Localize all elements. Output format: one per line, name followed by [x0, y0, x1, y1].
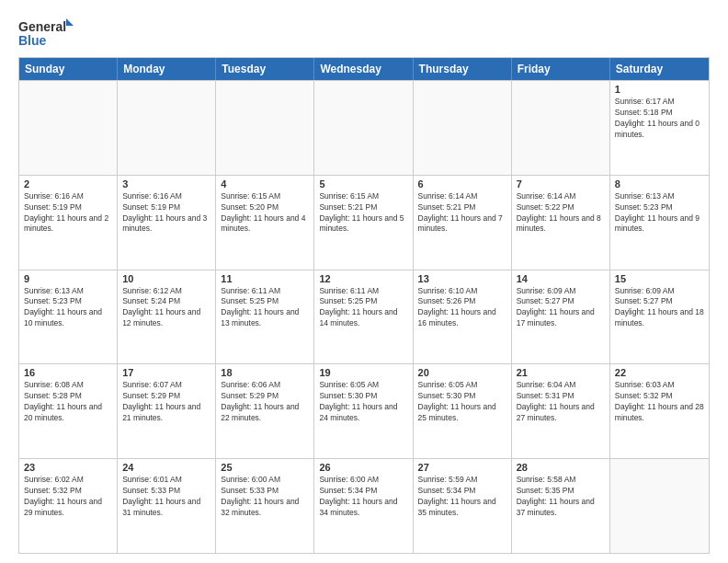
day-number: 19: [319, 367, 407, 378]
cell-sun-info: Sunrise: 6:17 AM Sunset: 5:18 PM Dayligh…: [615, 97, 704, 141]
day-number: 2: [24, 178, 112, 190]
day-cell-19: 19Sunrise: 6:05 AM Sunset: 5:30 PM Dayli…: [314, 364, 413, 458]
cell-sun-info: Sunrise: 6:15 AM Sunset: 5:21 PM Dayligh…: [319, 191, 407, 236]
cell-sun-info: Sunrise: 6:15 AM Sunset: 5:20 PM Dayligh…: [221, 191, 309, 236]
cell-sun-info: Sunrise: 6:08 AM Sunset: 5:28 PM Dayligh…: [24, 380, 112, 424]
day-number: 15: [615, 273, 704, 284]
day-number: 10: [122, 273, 210, 284]
header-cell-saturday: Saturday: [610, 58, 709, 80]
day-cell-14: 14Sunrise: 6:09 AM Sunset: 5:27 PM Dayli…: [512, 270, 610, 364]
cell-sun-info: Sunrise: 6:05 AM Sunset: 5:30 PM Dayligh…: [319, 380, 407, 424]
day-cell-17: 17Sunrise: 6:07 AM Sunset: 5:29 PM Dayli…: [118, 364, 216, 458]
day-cell-18: 18Sunrise: 6:06 AM Sunset: 5:29 PM Dayli…: [216, 364, 314, 458]
day-cell-12: 12Sunrise: 6:11 AM Sunset: 5:25 PM Dayli…: [314, 270, 413, 364]
day-cell-24: 24Sunrise: 6:01 AM Sunset: 5:33 PM Dayli…: [118, 459, 216, 553]
cell-sun-info: Sunrise: 6:09 AM Sunset: 5:27 PM Dayligh…: [517, 286, 605, 330]
header-cell-sunday: Sunday: [19, 58, 118, 80]
empty-cell-0-5: [512, 81, 610, 175]
cell-sun-info: Sunrise: 6:06 AM Sunset: 5:29 PM Dayligh…: [221, 380, 309, 424]
logo: General Blue: [18, 17, 74, 52]
day-cell-7: 7Sunrise: 6:14 AM Sunset: 5:22 PM Daylig…: [512, 176, 610, 270]
cell-sun-info: Sunrise: 6:00 AM Sunset: 5:33 PM Dayligh…: [221, 475, 309, 519]
day-number: 12: [319, 273, 407, 284]
cell-sun-info: Sunrise: 6:11 AM Sunset: 5:25 PM Dayligh…: [221, 286, 309, 330]
header-cell-tuesday: Tuesday: [216, 58, 314, 80]
calendar-header-row: SundayMondayTuesdayWednesdayThursdayFrid…: [19, 58, 709, 80]
week-row-5: 23Sunrise: 6:02 AM Sunset: 5:32 PM Dayli…: [19, 458, 709, 553]
cell-sun-info: Sunrise: 6:05 AM Sunset: 5:30 PM Dayligh…: [418, 380, 506, 424]
cell-sun-info: Sunrise: 6:00 AM Sunset: 5:34 PM Dayligh…: [319, 475, 407, 519]
empty-cell-0-3: [314, 81, 413, 175]
day-number: 27: [418, 462, 506, 473]
day-cell-20: 20Sunrise: 6:05 AM Sunset: 5:30 PM Dayli…: [414, 364, 512, 458]
day-number: 5: [319, 178, 407, 190]
day-number: 16: [24, 367, 112, 378]
page: General Blue SundayMondayTuesdayWednesda…: [0, 0, 728, 563]
day-number: 17: [122, 367, 210, 378]
empty-cell-4-6: [610, 459, 709, 553]
week-row-4: 16Sunrise: 6:08 AM Sunset: 5:28 PM Dayli…: [19, 363, 709, 458]
day-cell-22: 22Sunrise: 6:03 AM Sunset: 5:32 PM Dayli…: [610, 364, 709, 458]
day-cell-10: 10Sunrise: 6:12 AM Sunset: 5:24 PM Dayli…: [118, 270, 216, 364]
svg-text:General: General: [18, 19, 66, 34]
cell-sun-info: Sunrise: 6:14 AM Sunset: 5:22 PM Dayligh…: [517, 191, 605, 236]
empty-cell-0-1: [118, 81, 216, 175]
day-number: 1: [615, 84, 704, 95]
day-cell-26: 26Sunrise: 6:00 AM Sunset: 5:34 PM Dayli…: [314, 459, 413, 553]
day-number: 4: [221, 178, 309, 190]
day-cell-8: 8Sunrise: 6:13 AM Sunset: 5:23 PM Daylig…: [610, 176, 709, 270]
day-number: 13: [418, 273, 506, 284]
day-number: 28: [517, 462, 605, 473]
cell-sun-info: Sunrise: 6:03 AM Sunset: 5:32 PM Dayligh…: [615, 380, 704, 424]
header-cell-monday: Monday: [118, 58, 216, 80]
day-number: 26: [319, 462, 407, 473]
calendar-body: 1Sunrise: 6:17 AM Sunset: 5:18 PM Daylig…: [19, 80, 709, 553]
header-cell-wednesday: Wednesday: [314, 58, 413, 80]
day-cell-15: 15Sunrise: 6:09 AM Sunset: 5:27 PM Dayli…: [610, 270, 709, 364]
week-row-2: 2Sunrise: 6:16 AM Sunset: 5:19 PM Daylig…: [19, 175, 709, 270]
header-cell-thursday: Thursday: [414, 58, 512, 80]
cell-sun-info: Sunrise: 6:02 AM Sunset: 5:32 PM Dayligh…: [24, 475, 112, 519]
day-number: 3: [122, 178, 210, 190]
cell-sun-info: Sunrise: 6:01 AM Sunset: 5:33 PM Dayligh…: [122, 475, 210, 519]
day-cell-28: 28Sunrise: 5:58 AM Sunset: 5:35 PM Dayli…: [512, 459, 610, 553]
day-cell-3: 3Sunrise: 6:16 AM Sunset: 5:19 PM Daylig…: [118, 176, 216, 270]
cell-sun-info: Sunrise: 6:07 AM Sunset: 5:29 PM Dayligh…: [122, 380, 210, 424]
day-number: 18: [221, 367, 309, 378]
logo-svg: General Blue: [18, 17, 74, 52]
svg-marker-1: [66, 18, 74, 26]
day-cell-1: 1Sunrise: 6:17 AM Sunset: 5:18 PM Daylig…: [610, 81, 709, 175]
cell-sun-info: Sunrise: 6:14 AM Sunset: 5:21 PM Dayligh…: [418, 191, 506, 236]
cell-sun-info: Sunrise: 6:13 AM Sunset: 5:23 PM Dayligh…: [615, 191, 704, 236]
day-cell-13: 13Sunrise: 6:10 AM Sunset: 5:26 PM Dayli…: [414, 270, 512, 364]
day-number: 6: [418, 178, 506, 190]
header-cell-friday: Friday: [512, 58, 610, 80]
day-number: 7: [517, 178, 605, 190]
cell-sun-info: Sunrise: 6:16 AM Sunset: 5:19 PM Dayligh…: [24, 191, 112, 236]
cell-sun-info: Sunrise: 6:04 AM Sunset: 5:31 PM Dayligh…: [517, 380, 605, 424]
day-number: 11: [221, 273, 309, 284]
day-cell-5: 5Sunrise: 6:15 AM Sunset: 5:21 PM Daylig…: [314, 176, 413, 270]
svg-text:Blue: Blue: [18, 33, 47, 48]
day-cell-11: 11Sunrise: 6:11 AM Sunset: 5:25 PM Dayli…: [216, 270, 314, 364]
day-cell-16: 16Sunrise: 6:08 AM Sunset: 5:28 PM Dayli…: [19, 364, 118, 458]
day-number: 24: [122, 462, 210, 473]
cell-sun-info: Sunrise: 6:12 AM Sunset: 5:24 PM Dayligh…: [122, 286, 210, 330]
week-row-1: 1Sunrise: 6:17 AM Sunset: 5:18 PM Daylig…: [19, 80, 709, 175]
day-cell-23: 23Sunrise: 6:02 AM Sunset: 5:32 PM Dayli…: [19, 459, 118, 553]
empty-cell-0-2: [216, 81, 314, 175]
day-number: 14: [517, 273, 605, 284]
day-cell-25: 25Sunrise: 6:00 AM Sunset: 5:33 PM Dayli…: [216, 459, 314, 553]
cell-sun-info: Sunrise: 6:09 AM Sunset: 5:27 PM Dayligh…: [615, 286, 704, 330]
empty-cell-0-4: [414, 81, 512, 175]
day-number: 9: [24, 273, 112, 284]
day-cell-2: 2Sunrise: 6:16 AM Sunset: 5:19 PM Daylig…: [19, 176, 118, 270]
empty-cell-0-0: [19, 81, 118, 175]
week-row-3: 9Sunrise: 6:13 AM Sunset: 5:23 PM Daylig…: [19, 270, 709, 364]
day-cell-6: 6Sunrise: 6:14 AM Sunset: 5:21 PM Daylig…: [414, 176, 512, 270]
cell-sun-info: Sunrise: 6:10 AM Sunset: 5:26 PM Dayligh…: [418, 286, 506, 330]
day-number: 8: [615, 178, 704, 190]
day-cell-4: 4Sunrise: 6:15 AM Sunset: 5:20 PM Daylig…: [216, 176, 314, 270]
day-number: 20: [418, 367, 506, 378]
cell-sun-info: Sunrise: 5:59 AM Sunset: 5:34 PM Dayligh…: [418, 475, 506, 519]
